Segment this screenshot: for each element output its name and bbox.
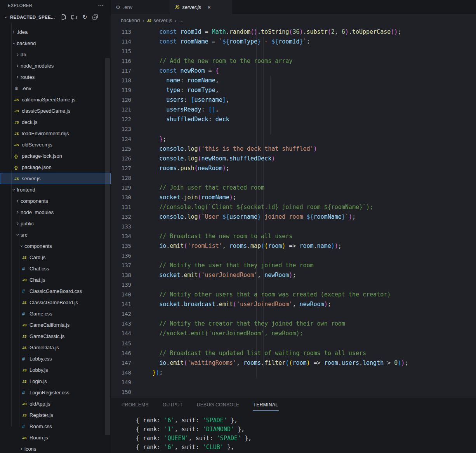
code-text: console.log('this is the deck that shuff… bbox=[138, 144, 317, 154]
code-text: //console.log(`Client ${socket.id} joine… bbox=[138, 202, 373, 212]
code-line-129: 129 // Join user that created room bbox=[111, 183, 476, 193]
tree-file-oldServer.mjs[interactable]: JSoldServer.mjs bbox=[0, 139, 111, 150]
line-number: 146 bbox=[111, 348, 138, 358]
tree-item-label: src bbox=[21, 232, 27, 238]
bottom-panel: PROBLEMS OUTPUT DEBUG CONSOLE TERMINAL {… bbox=[111, 397, 476, 453]
code-line-124: 124 }; bbox=[111, 134, 476, 144]
code-text: }); bbox=[138, 368, 163, 378]
tree-item-label: .idea bbox=[17, 29, 28, 35]
terminal-output[interactable]: { rank: '6', suit: 'SPADE' }, { rank: '1… bbox=[111, 411, 476, 452]
tree-file-californiaSpeedGame.js[interactable]: JScaliforniaSpeedGame.js bbox=[0, 94, 111, 105]
refresh-icon[interactable]: ↻ bbox=[81, 14, 88, 21]
tree-file-Lobby.js[interactable]: JSLobby.js bbox=[0, 364, 111, 376]
breadcrumb-folder[interactable]: backend bbox=[121, 17, 140, 23]
line-number: 115 bbox=[111, 47, 138, 56]
code-text: socket.join(roomName); bbox=[138, 193, 236, 202]
tree-file-package.json[interactable]: {}package.json bbox=[0, 162, 111, 173]
tree-item-label: components bbox=[24, 243, 52, 249]
tree-folder-icons[interactable]: icons bbox=[0, 443, 111, 453]
tree-file-Login.js[interactable]: JSLogin.js bbox=[0, 376, 111, 387]
js-file-icon: JS bbox=[14, 143, 22, 147]
code-text: socket.emit('userJoinedRoom', newRoom); bbox=[138, 270, 296, 280]
tree-folder-backend[interactable]: backend bbox=[0, 38, 111, 49]
project-root-row[interactable]: REDACTED_SPEE... ↻ bbox=[0, 11, 111, 23]
tree-file-package-lock.json[interactable]: {}package-lock.json bbox=[0, 150, 111, 162]
tab-output[interactable]: OUTPUT bbox=[162, 399, 184, 410]
collapse-folders-icon[interactable] bbox=[92, 14, 99, 21]
tree-file-GameCalifornia.js[interactable]: JSGameCalifornia.js bbox=[0, 319, 111, 331]
tree-folder-node_modules[interactable]: node_modules bbox=[0, 207, 111, 218]
tree-file-loadEnvironment.mjs[interactable]: JSloadEnvironment.mjs bbox=[0, 128, 111, 139]
tree-file-classicSpeedGame.js[interactable]: JSclassicSpeedGame.js bbox=[0, 105, 111, 117]
tree-file-Lobby.css[interactable]: #Lobby.css bbox=[0, 353, 111, 364]
tree-file-Room.css[interactable]: #Room.css bbox=[0, 421, 111, 432]
explorer-title: EXPLORER bbox=[8, 3, 32, 8]
breadcrumb-file[interactable]: server.js bbox=[153, 17, 172, 23]
tab-env[interactable]: ⚙ .env bbox=[111, 0, 170, 14]
css-file-icon: # bbox=[22, 390, 30, 396]
code-line-114: 114 const roomName = `${roomType} - ${ro… bbox=[111, 37, 476, 47]
js-file-icon: JS bbox=[22, 300, 30, 305]
new-folder-icon[interactable] bbox=[71, 14, 78, 21]
tree-file-Chat.js[interactable]: JSChat.js bbox=[0, 274, 111, 286]
tree-folder-routes[interactable]: routes bbox=[0, 71, 111, 83]
breadcrumb-symbol[interactable]: ... bbox=[179, 17, 184, 23]
code-editor[interactable]: 113 const roomId = Math.random().toStrin… bbox=[111, 26, 476, 397]
json-file-icon: {} bbox=[14, 154, 22, 159]
tree-item-label: db bbox=[21, 52, 26, 57]
tree-item-label: ClassicGameBoard.css bbox=[30, 288, 82, 294]
breadcrumb: backend › JS server.js › ... bbox=[111, 14, 476, 26]
tree-file-Register.js[interactable]: JSRegister.js bbox=[0, 409, 111, 421]
code-line-133: 133 bbox=[111, 222, 476, 232]
sidebar-scrollbar[interactable] bbox=[105, 58, 110, 435]
tree-folder-public[interactable]: public bbox=[0, 218, 111, 229]
code-text: console.log(`User ${username} joined roo… bbox=[138, 212, 356, 222]
tree-file-server.js[interactable]: JSserver.js bbox=[0, 173, 111, 184]
chevron-right-icon bbox=[18, 446, 24, 452]
tree-folder-.idea[interactable]: .idea bbox=[0, 26, 111, 38]
code-line-147: 147 io.emit('waitingRooms', rooms.filter… bbox=[111, 358, 476, 368]
tree-file-ClassicGameBoard.js[interactable]: JSClassicGameBoard.js bbox=[0, 297, 111, 308]
json-file-icon: {} bbox=[14, 165, 22, 170]
tree-folder-db[interactable]: db bbox=[0, 49, 111, 60]
js-file-icon: JS bbox=[22, 402, 30, 406]
tree-item-label: Game.css bbox=[30, 311, 52, 317]
js-file-icon: JS bbox=[14, 98, 22, 102]
chevron-down-icon bbox=[2, 14, 9, 20]
tree-file-ClassicGameBoard.css[interactable]: #ClassicGameBoard.css bbox=[0, 286, 111, 297]
line-number: 135 bbox=[111, 241, 138, 251]
more-actions-icon[interactable]: ⋯ bbox=[98, 2, 104, 9]
tab-server-js[interactable]: JS server.js × bbox=[170, 0, 232, 14]
tab-problems[interactable]: PROBLEMS bbox=[121, 399, 149, 410]
tree-folder-frontend[interactable]: frontend bbox=[0, 184, 111, 195]
tree-item-label: LoginRegister.css bbox=[30, 390, 69, 396]
tree-file-GameClassic.js[interactable]: JSGameClassic.js bbox=[0, 331, 111, 342]
close-icon[interactable]: × bbox=[207, 4, 211, 10]
tree-file-LoginRegister.css[interactable]: #LoginRegister.css bbox=[0, 387, 111, 398]
tree-file-GameData.js[interactable]: JSGameData.js bbox=[0, 342, 111, 353]
code-line-137: 137 // Notify the user that they joined … bbox=[111, 261, 476, 270]
tree-folder-node_modules[interactable]: node_modules bbox=[0, 60, 111, 71]
tree-file-Game.css[interactable]: #Game.css bbox=[0, 308, 111, 319]
css-file-icon: # bbox=[22, 311, 30, 317]
tab-debug-console[interactable]: DEBUG CONSOLE bbox=[196, 399, 240, 410]
tree-file-oldApp.js[interactable]: JSoldApp.js bbox=[0, 398, 111, 409]
file-tree: .ideabackenddbnode_modulesroutes⚙.envJSc… bbox=[0, 26, 111, 453]
tab-terminal[interactable]: TERMINAL bbox=[253, 399, 279, 411]
tree-file-deck.js[interactable]: JSdeck.js bbox=[0, 117, 111, 128]
tree-file-Card.js[interactable]: JSCard.js bbox=[0, 252, 111, 263]
tree-file-Room.js[interactable]: JSRoom.js bbox=[0, 432, 111, 443]
tree-file-Chat.css[interactable]: #Chat.css bbox=[0, 263, 111, 274]
tree-file-.env[interactable]: ⚙.env bbox=[0, 83, 111, 94]
new-file-icon[interactable] bbox=[60, 14, 67, 21]
js-file-icon: JS bbox=[14, 131, 22, 136]
code-text: // Notify the creator that they joined t… bbox=[138, 319, 345, 329]
code-text: console.log(newRoom.shuffledDeck) bbox=[138, 154, 275, 164]
tree-folder-components[interactable]: components bbox=[0, 240, 111, 252]
line-number: 140 bbox=[111, 290, 138, 300]
code-text: // Broadcast the updated list of waiting… bbox=[138, 348, 366, 358]
tree-folder-src[interactable]: src bbox=[0, 229, 111, 240]
terminal-line: { rank: '6', suit: 'CLUB' }, bbox=[122, 443, 476, 452]
code-text: // Join user that created room bbox=[138, 183, 264, 193]
tree-folder-components[interactable]: components bbox=[0, 195, 111, 207]
